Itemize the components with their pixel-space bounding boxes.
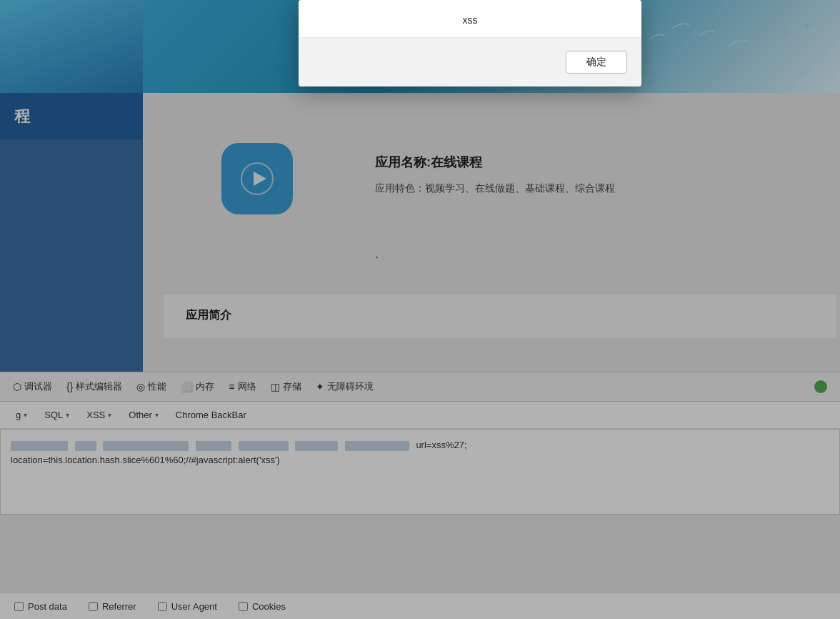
dialog-overlay: xss 确定 — [0, 0, 840, 619]
dialog-body: 确定 — [299, 38, 641, 86]
dialog-header: xss — [299, 0, 641, 38]
dialog-title: xss — [463, 14, 478, 26]
alert-dialog: xss 确定 — [299, 0, 641, 86]
dialog-ok-button[interactable]: 确定 — [566, 51, 627, 74]
